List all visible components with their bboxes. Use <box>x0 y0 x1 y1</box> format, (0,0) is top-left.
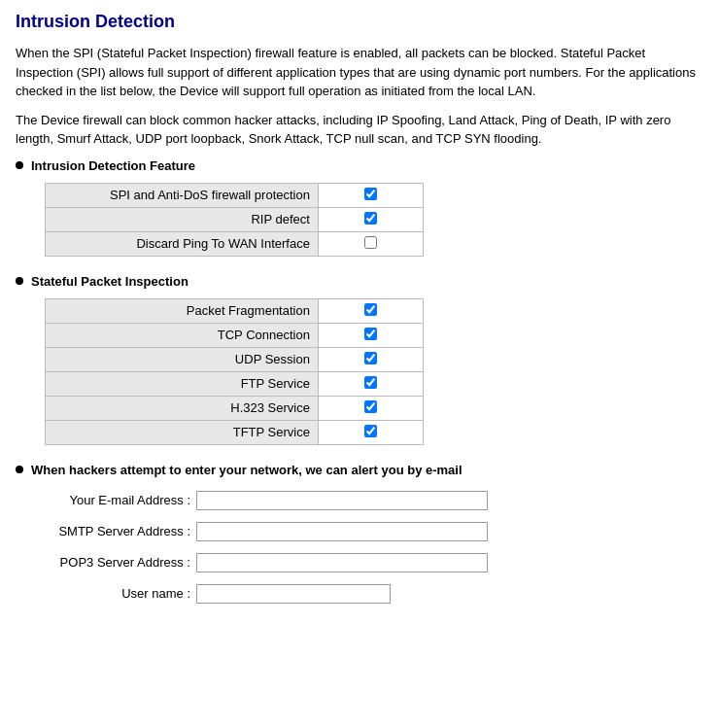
table-row: H.323 Service <box>46 396 424 420</box>
row-checkbox-cell <box>318 420 423 444</box>
row-checkbox-cell <box>318 183 423 207</box>
smtp-row: SMTP Server Address : <box>45 522 703 541</box>
spi-checkbox[interactable] <box>364 188 377 200</box>
email-row: Your E-mail Address : <box>45 491 703 510</box>
row-checkbox-cell <box>318 371 423 396</box>
row-checkbox-cell <box>318 231 423 256</box>
ftp-checkbox[interactable] <box>364 376 377 389</box>
table-row: TCP Connection <box>46 323 424 347</box>
pop3-input[interactable] <box>196 553 488 572</box>
smtp-input[interactable] <box>196 522 488 541</box>
alert-title: When hackers attempt to enter your netwo… <box>16 463 703 477</box>
row-checkbox-cell <box>318 347 423 371</box>
page-title: Intrusion Detection <box>16 12 703 32</box>
row-label: Discard Ping To WAN Interface <box>46 231 319 256</box>
table-row: RIP defect <box>46 207 424 231</box>
username-row: User name : <box>45 584 703 604</box>
table-row: TFTP Service <box>46 420 424 444</box>
row-label: RIP defect <box>46 207 319 231</box>
pop3-label: POP3 Server Address : <box>45 555 190 570</box>
rip-checkbox[interactable] <box>364 212 377 225</box>
packet-frag-checkbox[interactable] <box>364 303 377 316</box>
intrusion-feature-table: SPI and Anti-DoS firewall protection RIP… <box>45 183 424 257</box>
row-label: TFTP Service <box>46 420 319 444</box>
table-row: FTP Service <box>46 371 424 396</box>
intrusion-feature-title: Intrusion Detection Feature <box>16 158 703 173</box>
h323-checkbox[interactable] <box>364 400 377 413</box>
table-row: SPI and Anti-DoS firewall protection <box>46 183 424 207</box>
row-label: TCP Connection <box>46 323 319 347</box>
smtp-label: SMTP Server Address : <box>45 524 190 538</box>
row-checkbox-cell <box>318 323 423 347</box>
row-checkbox-cell <box>318 396 423 420</box>
tcp-conn-checkbox[interactable] <box>364 328 377 340</box>
row-label: SPI and Anti-DoS firewall protection <box>46 183 319 207</box>
username-label: User name : <box>45 586 190 601</box>
username-input[interactable] <box>196 584 391 604</box>
row-checkbox-cell <box>318 207 423 231</box>
row-label: UDP Session <box>46 347 319 371</box>
stateful-inspection-section: Stateful Packet Inspection Packet Fragme… <box>16 274 703 445</box>
row-label: H.323 Service <box>46 396 319 420</box>
table-row: UDP Session <box>46 347 424 371</box>
table-row: Packet Fragmentation <box>46 298 424 323</box>
description-1: When the SPI (Stateful Packet Inspection… <box>16 44 703 101</box>
discard-ping-checkbox[interactable] <box>364 236 377 249</box>
bullet-icon <box>16 277 23 285</box>
email-label: Your E-mail Address : <box>45 493 190 507</box>
bullet-icon <box>16 466 23 473</box>
bullet-icon <box>16 161 23 169</box>
email-input[interactable] <box>196 491 488 510</box>
tftp-checkbox[interactable] <box>364 425 377 437</box>
row-checkbox-cell <box>318 298 423 323</box>
stateful-inspection-title: Stateful Packet Inspection <box>16 274 703 289</box>
row-label: FTP Service <box>46 371 319 396</box>
intrusion-feature-section: Intrusion Detection Feature SPI and Anti… <box>16 158 703 257</box>
table-row: Discard Ping To WAN Interface <box>46 231 424 256</box>
row-label: Packet Fragmentation <box>46 298 319 323</box>
udp-session-checkbox[interactable] <box>364 352 377 364</box>
alert-section: When hackers attempt to enter your netwo… <box>16 463 703 604</box>
stateful-inspection-table: Packet Fragmentation TCP Connection UDP … <box>45 298 424 445</box>
pop3-row: POP3 Server Address : <box>45 553 703 572</box>
description-2: The Device firewall can block common hac… <box>16 111 703 149</box>
